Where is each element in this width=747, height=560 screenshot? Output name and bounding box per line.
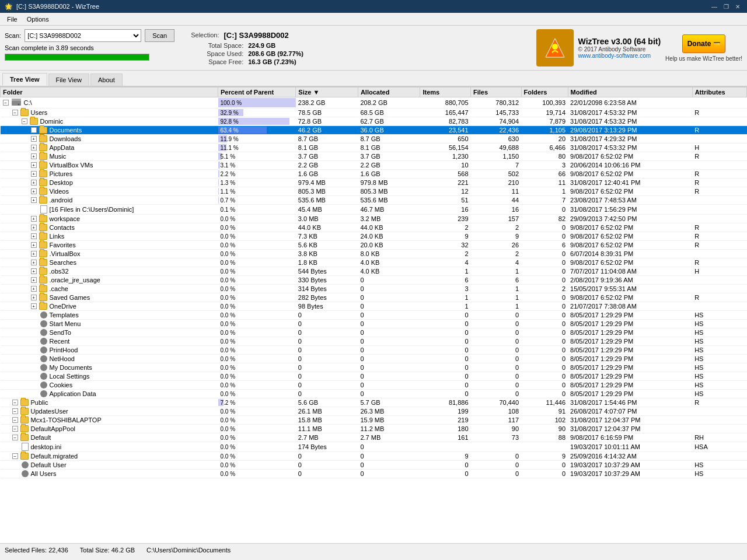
table-row[interactable]: [16 Files in C:\Users\Dominic]0.1 %45.4 … bbox=[1, 205, 747, 215]
expand-button[interactable]: + bbox=[31, 153, 37, 159]
table-row[interactable]: +Downloads11.9 %8.7 GB8.7 GB6506302031/0… bbox=[1, 135, 747, 144]
expand-button[interactable]: − bbox=[12, 435, 18, 440]
expand-button[interactable]: − bbox=[12, 400, 18, 405]
size-cell: 174 Bytes bbox=[296, 442, 358, 452]
expand-button[interactable]: + bbox=[31, 268, 37, 274]
col-attrs[interactable]: Attributes bbox=[692, 88, 746, 97]
table-row[interactable]: +.android0.7 %535.6 MB535.6 MB5144723/08… bbox=[1, 196, 747, 205]
expand-button[interactable]: + bbox=[31, 136, 37, 142]
table-row[interactable]: −Public7.2 %5.6 GB5.7 GB81,88670,44011,4… bbox=[1, 398, 747, 407]
expand-button[interactable]: − bbox=[22, 118, 27, 124]
col-allocated[interactable]: Allocated bbox=[358, 88, 420, 97]
expand-button[interactable]: − bbox=[12, 408, 18, 414]
donate-button[interactable]: Donate 💳 bbox=[682, 34, 726, 53]
items-cell: 0 bbox=[420, 461, 471, 470]
table-row[interactable]: −Mcx1-TOSHIBALAPTOP0.0 %15.8 MB15.9 MB21… bbox=[1, 416, 747, 425]
expand-button[interactable]: + bbox=[31, 233, 37, 239]
modified-cell: 31/08/2017 12:04:37 PM bbox=[568, 425, 692, 433]
table-row[interactable]: −Default.migrated0.0 %0090925/09/2016 4:… bbox=[1, 452, 747, 461]
table-row[interactable]: Start Menu0.0 %000008/05/2017 1:29:29 PM… bbox=[1, 320, 747, 328]
expand-button[interactable]: − bbox=[12, 453, 18, 459]
expand-button[interactable]: + bbox=[31, 260, 37, 265]
table-row[interactable]: desktop.ini0.0 %174 Bytes019/03/2017 10:… bbox=[1, 442, 747, 452]
table-row[interactable]: −Dominic92.8 %72.8 GB62.7 GB82,78374,904… bbox=[1, 117, 747, 126]
table-row[interactable]: +Pictures2.2 %1.6 GB1.6 GB568502669/08/2… bbox=[1, 170, 747, 178]
menu-options[interactable]: Options bbox=[22, 15, 54, 24]
col-folder[interactable]: Folder bbox=[1, 88, 218, 97]
table-row[interactable]: All Users0.0 %0000019/03/2017 10:37:29 A… bbox=[1, 470, 747, 478]
size-cell: 0 bbox=[296, 363, 358, 372]
files-cell: 1 bbox=[471, 285, 522, 293]
col-folders[interactable]: Folders bbox=[521, 88, 568, 97]
table-container[interactable]: Folder Percent of Parent Size ▼ Allocate… bbox=[0, 87, 747, 543]
close-button[interactable]: ✕ bbox=[733, 2, 742, 11]
table-row[interactable]: My Documents0.0 %000008/05/2017 1:29:29 … bbox=[1, 363, 747, 372]
table-row[interactable]: +Desktop1.3 %979.4 MB979.8 MB2212101131/… bbox=[1, 178, 747, 187]
expand-button[interactable]: − bbox=[12, 417, 18, 423]
expand-button[interactable]: + bbox=[31, 242, 37, 248]
table-row[interactable]: −Default0.0 %2.7 MB2.7 MB16173889/08/201… bbox=[1, 433, 747, 442]
menu-file[interactable]: File bbox=[2, 15, 22, 24]
table-row[interactable]: SendTo0.0 %000008/05/2017 1:29:29 PMHS bbox=[1, 328, 747, 337]
table-row[interactable]: +Favorites0.0 %5.6 KB20.0 KB322669/08/20… bbox=[1, 241, 747, 250]
expand-button[interactable]: + bbox=[31, 277, 37, 283]
expand-button[interactable]: + bbox=[31, 162, 37, 168]
table-row[interactable]: Recent0.0 %000008/05/2017 1:29:29 PMHS bbox=[1, 337, 747, 346]
expand-button[interactable]: + bbox=[31, 225, 37, 230]
expand-button[interactable]: + bbox=[31, 286, 37, 292]
col-size[interactable]: Size ▼ bbox=[296, 88, 358, 97]
table-row[interactable]: PrintHood0.0 %000008/05/2017 1:29:29 PMH… bbox=[1, 346, 747, 355]
table-row[interactable]: +Links0.0 %7.3 KB24.0 KB9909/08/2017 6:5… bbox=[1, 232, 747, 241]
expand-button[interactable]: + bbox=[31, 180, 37, 186]
table-row[interactable]: +Videos1.1 %805.3 MB805.3 MB121119/08/20… bbox=[1, 187, 747, 196]
table-row[interactable]: +.oracle_jre_usage0.0 %330 Bytes06602/08… bbox=[1, 276, 747, 285]
table-row[interactable]: +OneDrive0.0 %98 Bytes011021/07/2017 7:3… bbox=[1, 302, 747, 311]
expand-button[interactable]: + bbox=[31, 303, 37, 309]
tab-tree-view[interactable]: Tree View bbox=[2, 73, 47, 86]
table-row[interactable]: +.cache0.0 %314 Bytes031215/05/2017 9:55… bbox=[1, 285, 747, 293]
col-files[interactable]: Files bbox=[471, 88, 522, 97]
table-row[interactable]: +Saved Games0.0 %282 Bytes01109/08/2017 … bbox=[1, 293, 747, 302]
table-row[interactable]: +Documents63.4 %46.2 GB36.0 GB23,54122,4… bbox=[1, 126, 747, 135]
maximize-button[interactable]: ❐ bbox=[721, 2, 731, 11]
col-items[interactable]: Items bbox=[420, 88, 471, 97]
table-row[interactable]: +Contacts0.0 %44.0 KB44.0 KB2209/08/2017… bbox=[1, 223, 747, 232]
table-row[interactable]: +.obs320.0 %544 Bytes4.0 KB1107/07/2017 … bbox=[1, 267, 747, 276]
minimize-button[interactable]: — bbox=[710, 2, 719, 11]
col-modified[interactable]: Modified bbox=[568, 88, 692, 97]
expand-button[interactable]: + bbox=[31, 216, 37, 222]
row-name: Favorites bbox=[50, 242, 76, 249]
expand-button[interactable]: + bbox=[31, 188, 37, 194]
expand-button[interactable]: + bbox=[31, 295, 37, 300]
table-row[interactable]: −C:\100.0 %238.2 GB208.2 GB880,705780,31… bbox=[1, 97, 747, 108]
table-row[interactable]: +Music5.1 %3.7 GB3.7 GB1,2301,150809/08/… bbox=[1, 152, 747, 161]
expand-button[interactable]: + bbox=[31, 145, 37, 150]
expand-button[interactable]: − bbox=[12, 110, 18, 116]
expand-button[interactable]: − bbox=[12, 426, 18, 432]
expand-button[interactable]: − bbox=[3, 100, 9, 106]
table-row[interactable]: NetHood0.0 %000008/05/2017 1:29:29 PMHS bbox=[1, 355, 747, 363]
table-row[interactable]: Templates0.0 %000008/05/2017 1:29:29 PMH… bbox=[1, 311, 747, 320]
tab-about[interactable]: About bbox=[90, 74, 123, 86]
table-row[interactable]: Cookies0.0 %000008/05/2017 1:29:29 PMHS bbox=[1, 381, 747, 390]
percent-text: 0.0 % bbox=[221, 321, 236, 327]
table-row[interactable]: Default User0.0 %0000019/03/2017 10:37:2… bbox=[1, 461, 747, 470]
expand-button[interactable]: + bbox=[31, 251, 37, 257]
table-row[interactable]: −UpdatesUser0.0 %26.1 MB26.3 MB199108912… bbox=[1, 407, 747, 416]
table-row[interactable]: −DefaultAppPool0.0 %11.1 MB11.2 MB180909… bbox=[1, 425, 747, 433]
scan-button[interactable]: Scan bbox=[145, 29, 174, 42]
drive-select[interactable]: [C:] S3A9988D002 bbox=[25, 29, 141, 42]
table-row[interactable]: +Searches0.0 %1.8 KB4.0 KB4409/08/2017 6… bbox=[1, 258, 747, 267]
expand-button[interactable]: + bbox=[31, 197, 37, 203]
table-row[interactable]: Application Data0.0 %000008/05/2017 1:29… bbox=[1, 390, 747, 398]
table-row[interactable]: −Users32.9 %78.5 GB68.5 GB165,447145,733… bbox=[1, 108, 747, 117]
table-row[interactable]: +VirtualBox VMs3.1 %2.2 GB2.2 GB107320/0… bbox=[1, 161, 747, 170]
expand-button[interactable]: + bbox=[31, 171, 37, 177]
tab-file-view[interactable]: File View bbox=[48, 74, 89, 86]
table-row[interactable]: Local Settings0.0 %000008/05/2017 1:29:2… bbox=[1, 372, 747, 381]
expand-button[interactable]: + bbox=[31, 127, 37, 133]
table-row[interactable]: +workspace0.0 %3.0 MB3.2 MB2391578229/09… bbox=[1, 215, 747, 223]
table-row[interactable]: +.VirtualBox0.0 %3.8 KB8.0 KB2206/07/201… bbox=[1, 250, 747, 258]
col-percent[interactable]: Percent of Parent bbox=[218, 88, 296, 97]
table-row[interactable]: +AppData11.1 %8.1 GB8.1 GB56,15449,6886,… bbox=[1, 144, 747, 152]
